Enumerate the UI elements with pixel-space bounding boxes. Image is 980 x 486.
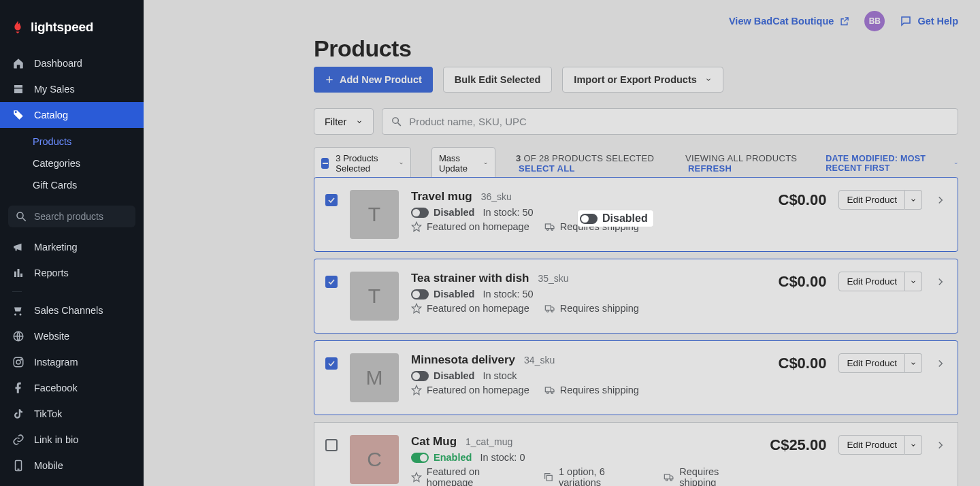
page-title: Products [314,35,411,62]
status-toggle[interactable]: Disabled [411,370,474,381]
edit-product-button[interactable]: Edit Product [838,435,905,455]
edit-product-dropdown[interactable] [905,190,922,210]
nav-facebook[interactable]: Facebook [0,375,144,401]
truck-icon [544,385,555,395]
chevron-down-icon [399,160,404,167]
nav-catalog[interactable]: Catalog [0,102,144,128]
tag-icon [12,109,24,121]
subnav-categories[interactable]: Categories [33,152,144,174]
mass-update-label: Mass Update [439,153,476,174]
product-row[interactable]: C Cat Mug 1_cat_mug Enabled In stock: 0 … [314,422,958,486]
product-name: Travel mug [411,190,472,204]
truck-icon [544,221,555,232]
nav-divider [12,291,22,292]
svg-rect-13 [545,224,551,229]
svg-line-1 [22,218,26,221]
nav-tiktok[interactable]: TikTok [0,401,144,427]
nav-sales-channels[interactable]: Sales Channels [0,297,144,323]
svg-point-4 [16,360,20,364]
viewing-status: VIEWING ALL PRODUCTS REFRESH [685,153,805,174]
products-selected-label: 3 Products Selected [336,153,392,174]
product-thumbnail: T [350,272,399,321]
stock-label: In stock: 0 [480,452,525,463]
nav-label: Reports [34,268,69,278]
svg-point-28 [670,479,672,481]
row-checkbox[interactable] [325,276,338,288]
chevron-down-icon [953,160,958,167]
brand-name: lightspeed [31,20,93,35]
edit-product-button[interactable]: Edit Product [838,272,905,291]
row-checkbox[interactable] [325,439,338,451]
product-row[interactable]: T Tea strainer with dish 35_sku Disabled… [314,259,958,334]
tiktok-icon [12,408,24,420]
shipping-tag: Requires shipping [544,303,639,314]
add-product-button[interactable]: Add New Product [314,67,433,93]
import-export-label: Import or Export Products [574,74,696,85]
external-link-icon [839,16,849,27]
svg-rect-25 [546,475,552,481]
select-all-link[interactable]: SELECT ALL [519,163,575,174]
shop-icon [12,83,24,95]
svg-point-0 [17,212,23,218]
nav-label: My Sales [34,84,75,95]
subnav-gift-cards[interactable]: Gift Cards [33,174,144,196]
nav-label: Dashboard [34,58,82,69]
nav-website[interactable]: Website [0,323,144,349]
product-name: Cat Mug [411,435,457,449]
row-checkbox[interactable] [325,194,338,206]
sidebar-search[interactable]: Search products [8,206,135,227]
nav-my-sales[interactable]: My Sales [0,76,144,102]
filter-button[interactable]: Filter [314,108,374,135]
featured-tag: Featured on homepage [411,303,529,314]
view-store-link[interactable]: View BadCat Boutique [729,16,849,27]
products-selected-pill[interactable]: 3 Products Selected [314,147,411,180]
checkbox-indeterminate-icon [321,158,329,169]
nav-reports[interactable]: Reports [0,260,144,286]
sort-label: DATE MODIFIED: MOST RECENT FIRST [826,154,949,173]
product-sku: 34_sku [524,355,555,366]
featured-tag: Featured on homepage [411,385,529,395]
filter-label: Filter [325,116,346,127]
edit-product-button[interactable]: Edit Product [838,190,905,210]
subnav-products[interactable]: Products [33,131,144,152]
product-price: C$0.00 [779,273,827,291]
bulk-edit-button[interactable]: Bulk Edit Selected [443,67,553,93]
svg-point-22 [546,392,549,394]
nav-link-in-bio[interactable]: Link in bio [0,427,144,453]
product-search[interactable] [382,108,958,135]
svg-point-23 [551,392,553,394]
product-row[interactable]: M Minnesota delivery 34_sku Disabled In … [314,340,958,415]
svg-point-27 [666,479,668,481]
refresh-link[interactable]: REFRESH [688,163,732,174]
truck-icon [544,303,555,314]
chevron-down-icon [483,160,488,167]
mass-update-pill[interactable]: Mass Update [431,147,495,180]
svg-point-5 [20,359,22,360]
status-toggle[interactable]: Enabled [411,452,472,463]
toggle-status-label: Disabled [602,212,648,225]
variations-tag: 1 option, 6 variations [543,466,649,486]
chat-icon [900,15,912,27]
highlighted-status-toggle[interactable]: Disabled [578,210,653,227]
product-search-input[interactable] [409,109,949,134]
sort-dropdown[interactable]: DATE MODIFIED: MOST RECENT FIRST [826,154,958,173]
product-name: Tea strainer with dish [411,272,529,285]
edit-product-dropdown[interactable] [905,353,922,373]
shipping-tag: Requires shipping [664,466,757,486]
row-checkbox[interactable] [325,357,338,370]
status-toggle[interactable]: Disabled [411,207,474,218]
product-sku: 35_sku [538,273,569,284]
edit-product-button[interactable]: Edit Product [838,353,905,373]
status-toggle[interactable]: Disabled [411,289,474,299]
nav-marketing[interactable]: Marketing [0,234,144,260]
nav-dashboard[interactable]: Dashboard [0,50,144,76]
page-toolbar: Add New Product Bulk Edit Selected Impor… [314,67,723,93]
nav-mobile[interactable]: Mobile [0,453,144,479]
nav-instagram[interactable]: Instagram [0,349,144,375]
get-help-link[interactable]: Get Help [900,15,958,27]
featured-tag: Featured on homepage [411,466,528,486]
import-export-button[interactable]: Import or Export Products [562,67,723,93]
edit-product-dropdown[interactable] [905,272,922,291]
user-avatar[interactable]: BB [864,11,885,31]
edit-product-dropdown[interactable] [905,435,922,455]
